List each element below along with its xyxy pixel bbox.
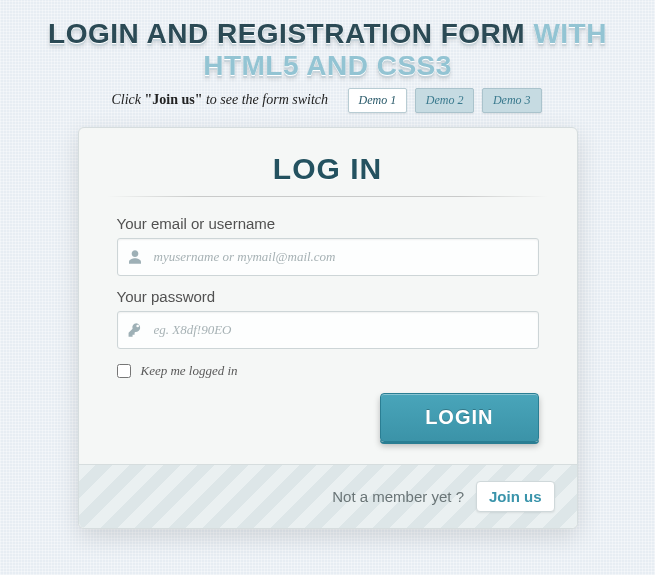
demo-2-button[interactable]: Demo 2 (415, 88, 475, 113)
login-card: Log in Your email or username Your passw… (78, 127, 578, 529)
sub-row: Click "Join us" to see the form switch D… (0, 88, 655, 113)
title-dark: Login and Registration Form (48, 18, 533, 49)
hint-bold: "Join us" (144, 92, 202, 107)
page-title: Login and Registration Form with HTML5 a… (0, 0, 655, 88)
demo-3-button[interactable]: Demo 3 (482, 88, 542, 113)
divider (107, 196, 549, 197)
hint-prefix: Click (111, 92, 144, 107)
card-title: Log in (79, 152, 577, 186)
join-us-button[interactable]: Join us (476, 481, 555, 512)
email-label: Your email or username (117, 215, 539, 232)
hint-text: Click "Join us" to see the form switch (111, 92, 331, 107)
user-icon (127, 249, 143, 265)
login-button[interactable]: Login (380, 393, 538, 442)
hint-suffix: to see the form switch (202, 92, 328, 107)
card-footer: Not a member yet ? Join us (79, 464, 577, 528)
password-label: Your password (117, 288, 539, 305)
actions-row: Login (117, 385, 539, 464)
footer-text: Not a member yet ? (332, 488, 464, 505)
password-input[interactable] (117, 311, 539, 349)
email-input[interactable] (117, 238, 539, 276)
key-icon (127, 322, 143, 338)
password-input-wrap (117, 311, 539, 349)
remember-row[interactable]: Keep me logged in (117, 363, 539, 379)
remember-checkbox[interactable] (117, 364, 131, 378)
remember-label: Keep me logged in (141, 363, 238, 379)
demo-1-button[interactable]: Demo 1 (348, 88, 408, 113)
email-input-wrap (117, 238, 539, 276)
